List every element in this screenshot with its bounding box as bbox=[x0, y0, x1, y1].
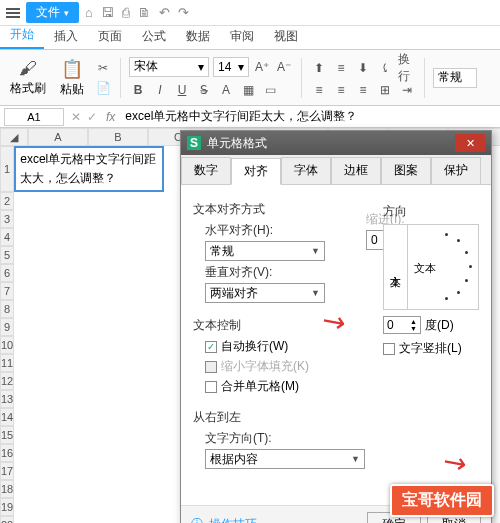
home-icon[interactable]: ⌂ bbox=[85, 5, 93, 20]
tab-data[interactable]: 数据 bbox=[176, 24, 220, 49]
row-header[interactable]: 13 bbox=[0, 390, 14, 408]
hamburger-icon[interactable] bbox=[6, 8, 20, 18]
spin-down-icon[interactable]: ▼ bbox=[410, 325, 417, 332]
dlg-tab-pattern[interactable]: 图案 bbox=[381, 157, 431, 184]
save-icon[interactable]: 🖫 bbox=[101, 5, 114, 20]
tab-review[interactable]: 审阅 bbox=[220, 24, 264, 49]
orientation-dial[interactable]: 文本 bbox=[408, 225, 478, 309]
row-header[interactable]: 17 bbox=[0, 462, 14, 480]
indent-icon[interactable]: ⇥ bbox=[398, 81, 416, 99]
row-header[interactable]: 7 bbox=[0, 282, 14, 300]
vertical-text-checkbox-row[interactable]: 文字竖排(L) bbox=[383, 340, 479, 357]
caret-down-icon: ▾ bbox=[64, 8, 69, 18]
dlg-tab-align[interactable]: 对齐 bbox=[231, 158, 281, 185]
fx-cancel-icon[interactable]: ✕ bbox=[71, 110, 81, 124]
col-header[interactable]: B bbox=[88, 128, 148, 146]
copy-icon[interactable]: 📄 bbox=[94, 79, 112, 97]
border-icon[interactable]: ▭ bbox=[261, 81, 279, 99]
row-header[interactable]: 8 bbox=[0, 300, 14, 318]
align-bottom-icon[interactable]: ⬇ bbox=[354, 59, 372, 77]
redo-icon[interactable]: ↷ bbox=[178, 5, 189, 20]
merge-checkbox-row[interactable]: 合并单元格(M) bbox=[205, 378, 479, 395]
checkbox-disabled-icon bbox=[205, 361, 217, 373]
preview-icon[interactable]: 🗎 bbox=[138, 5, 151, 20]
row-header[interactable]: 1 bbox=[0, 146, 14, 192]
align-center-icon[interactable]: ≡ bbox=[332, 81, 350, 99]
dlg-tab-number[interactable]: 数字 bbox=[181, 157, 231, 184]
row-header[interactable]: 6 bbox=[0, 264, 14, 282]
number-format-select[interactable]: 常规 bbox=[433, 68, 477, 88]
align-top-icon[interactable]: ⬆ bbox=[310, 59, 328, 77]
row-header[interactable]: 20 bbox=[0, 516, 14, 523]
tab-start[interactable]: 开始 bbox=[0, 22, 44, 49]
col-header[interactable]: A bbox=[28, 128, 88, 146]
undo-icon[interactable]: ↶ bbox=[159, 5, 170, 20]
row-header[interactable]: 12 bbox=[0, 372, 14, 390]
number-format-value: 常规 bbox=[438, 69, 462, 86]
dlg-tab-font[interactable]: 字体 bbox=[281, 157, 331, 184]
row-header[interactable]: 3 bbox=[0, 210, 14, 228]
underline-icon[interactable]: U bbox=[173, 81, 191, 99]
font-name-select[interactable]: 宋体▾ bbox=[129, 57, 209, 77]
print-icon[interactable]: ⎙ bbox=[122, 5, 130, 20]
fx-confirm-icon[interactable]: ✓ bbox=[87, 110, 97, 124]
decrease-font-icon[interactable]: A⁻ bbox=[275, 58, 293, 76]
tab-page[interactable]: 页面 bbox=[88, 24, 132, 49]
bold-icon[interactable]: B bbox=[129, 81, 147, 99]
cut-icon[interactable]: ✂ bbox=[94, 59, 112, 77]
indent-value: 0 bbox=[371, 233, 378, 247]
row-header[interactable]: 4 bbox=[0, 228, 14, 246]
row-header[interactable]: 5 bbox=[0, 246, 14, 264]
orientation-panel[interactable]: 文本 文本 bbox=[383, 224, 479, 310]
wrap-button[interactable]: 换行 bbox=[398, 59, 416, 77]
brush-icon: 🖌 bbox=[19, 58, 37, 79]
dlg-tab-border[interactable]: 边框 bbox=[331, 157, 381, 184]
dialog-titlebar[interactable]: S 单元格格式 ✕ bbox=[181, 131, 491, 155]
fx-icon[interactable]: fx bbox=[106, 110, 115, 124]
tab-formula[interactable]: 公式 bbox=[132, 24, 176, 49]
row-header[interactable]: 2 bbox=[0, 192, 14, 210]
dlg-tab-protect[interactable]: 保护 bbox=[431, 157, 481, 184]
tab-insert[interactable]: 插入 bbox=[44, 24, 88, 49]
merge-icon[interactable]: ⊞ bbox=[376, 81, 394, 99]
row-header[interactable]: 19 bbox=[0, 498, 14, 516]
select-all-corner[interactable]: ◢ bbox=[0, 128, 28, 146]
paste-button[interactable]: 📋 粘贴 bbox=[56, 56, 88, 100]
file-menu-button[interactable]: 文件 ▾ bbox=[26, 2, 79, 23]
tab-view[interactable]: 视图 bbox=[264, 24, 308, 49]
align-middle-icon[interactable]: ≡ bbox=[332, 59, 350, 77]
font-color-icon[interactable]: A bbox=[217, 81, 235, 99]
close-button[interactable]: ✕ bbox=[455, 134, 485, 152]
clipboard-icon: 📋 bbox=[61, 58, 83, 80]
fill-color-icon[interactable]: ▦ bbox=[239, 81, 257, 99]
separator bbox=[120, 58, 121, 98]
row-header[interactable]: 14 bbox=[0, 408, 14, 426]
row-header[interactable]: 11 bbox=[0, 354, 14, 372]
cell-a1[interactable]: excel单元格中文字行间距太大，怎么调整？ bbox=[14, 146, 164, 192]
row-header[interactable]: 16 bbox=[0, 444, 14, 462]
format-painter-button[interactable]: 🖌 格式刷 bbox=[6, 56, 50, 99]
orientation-icon[interactable]: ⤹ bbox=[376, 59, 394, 77]
name-box[interactable]: A1 bbox=[4, 108, 64, 126]
row-header[interactable]: 15 bbox=[0, 426, 14, 444]
strike-icon[interactable]: S̶ bbox=[195, 81, 213, 99]
formula-input[interactable]: excel单元格中文字行间距太大，怎么调整？ bbox=[121, 108, 500, 125]
tips-link[interactable]: 操作技巧 bbox=[209, 516, 257, 523]
row-header[interactable]: 18 bbox=[0, 480, 14, 498]
degree-spinner[interactable]: 0 ▲▼ bbox=[383, 316, 421, 334]
row-header[interactable]: 9 bbox=[0, 318, 14, 336]
h-align-combo[interactable]: 常规 ▼ bbox=[205, 241, 325, 261]
checkbox-checked-icon: ✓ bbox=[205, 341, 217, 353]
font-size-select[interactable]: 14▾ bbox=[213, 57, 249, 77]
spin-up-icon[interactable]: ▲ bbox=[410, 318, 417, 325]
dialog-tabs: 数字 对齐 字体 边框 图案 保护 bbox=[181, 155, 491, 185]
align-right-icon[interactable]: ≡ bbox=[354, 81, 372, 99]
orientation-title: 方向 bbox=[383, 203, 479, 220]
italic-icon[interactable]: I bbox=[151, 81, 169, 99]
row-header[interactable]: 10 bbox=[0, 336, 14, 354]
annotation-arrow-icon: ↘ bbox=[314, 301, 352, 341]
align-left-icon[interactable]: ≡ bbox=[310, 81, 328, 99]
increase-font-icon[interactable]: A⁺ bbox=[253, 58, 271, 76]
v-align-combo[interactable]: 两端对齐 ▼ bbox=[205, 283, 325, 303]
text-dir-combo[interactable]: 根据内容 ▼ bbox=[205, 449, 365, 469]
